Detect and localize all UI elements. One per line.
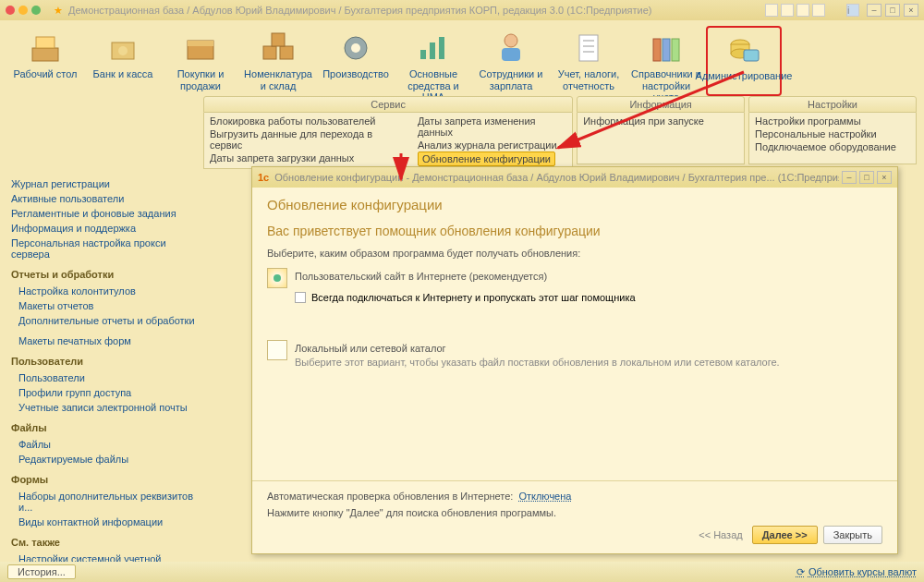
window-buttons: – □ × <box>867 4 918 17</box>
update-rates-link[interactable]: ⟳Обновить курсы валют <box>796 566 917 578</box>
star-icon[interactable]: ★ <box>54 5 63 17</box>
toolbar-icon-2[interactable] <box>781 4 794 17</box>
dialog-maximize[interactable]: □ <box>859 171 874 184</box>
tool-bank[interactable]: Банк и касса <box>85 26 161 96</box>
svg-rect-7 <box>280 46 293 59</box>
option-local-label: Локальный или сетевой каталог <box>295 340 780 354</box>
close-button[interactable]: × <box>904 4 918 17</box>
tool-assets[interactable]: Основные средства и НМА <box>395 26 471 96</box>
svc-change-dates[interactable]: Даты запрета изменения данных <box>418 115 566 139</box>
auto-check-link[interactable]: Отключена <box>518 491 571 502</box>
tool-bank-label: Банк и касса <box>91 68 155 80</box>
radio-unselected-icon[interactable] <box>267 340 287 360</box>
titlebar: ★ Демонстрационная база / Абдулов Юрий В… <box>0 0 924 20</box>
tool-staff[interactable]: Сотрудники и зарплата <box>473 26 549 96</box>
sb-extra-attrs[interactable]: Наборы дополнительных реквизитов и... <box>7 489 196 515</box>
svc-export[interactable]: Выгрузить данные для перехода в сервис <box>210 127 399 152</box>
sb-extra-reports[interactable]: Дополнительные отчеты и обработки <box>7 313 196 328</box>
option-local[interactable]: Локальный или сетевой каталог Выберите э… <box>267 340 882 368</box>
option-internet[interactable]: Пользовательский сайт в Интернете (реком… <box>267 268 882 288</box>
tool-purchases[interactable]: Покупки и продажи <box>163 26 238 96</box>
maximize-button[interactable]: □ <box>885 4 900 17</box>
tool-purchases-label: Покупки и продажи <box>163 68 238 91</box>
tool-staff-label: Сотрудники и зарплата <box>473 68 549 91</box>
tool-desktop[interactable]: Рабочий стол <box>7 26 83 96</box>
sb-headers[interactable]: Настройка колонтитулов <box>7 284 196 298</box>
svg-rect-15 <box>502 48 520 61</box>
toolbar-icon-4[interactable] <box>812 4 825 17</box>
tool-production[interactable]: Производство <box>318 26 394 96</box>
svg-rect-20 <box>653 39 661 61</box>
sidebar: Журнал регистрации Активные пользователи… <box>7 176 200 577</box>
svg-rect-6 <box>263 46 276 59</box>
svg-point-10 <box>351 43 360 53</box>
svg-point-3 <box>118 46 128 55</box>
info-startup[interactable]: Информация при запуске <box>583 115 738 127</box>
help-icon[interactable]: i <box>846 4 859 17</box>
svg-rect-8 <box>272 33 285 46</box>
books-icon <box>648 30 685 67</box>
checkbox-always-connect[interactable]: Всегда подключаться к Интернету и пропус… <box>295 292 882 303</box>
svg-rect-1 <box>36 37 55 48</box>
checkbox-icon[interactable] <box>295 292 306 303</box>
sb-journal[interactable]: Журнал регистрации <box>7 176 196 191</box>
dialog-prompt: Выберите, каким образом программа будет … <box>267 248 882 259</box>
sb-scheduled[interactable]: Регламентные и фоновые задания <box>7 206 196 221</box>
sb-info-support[interactable]: Информация и поддержка <box>7 221 196 236</box>
svg-rect-16 <box>579 35 598 61</box>
sb-users[interactable]: Пользователи <box>7 370 196 385</box>
desktop-icon <box>27 30 64 67</box>
toolbar-icon-1[interactable] <box>765 4 778 17</box>
svc-block-users[interactable]: Блокировка работы пользователей <box>210 115 399 127</box>
dialog-titlebar: 1c Обновление конфигурации - Демонстраци… <box>252 167 897 188</box>
admin-icon <box>725 31 762 68</box>
dialog-subheading: Вас приветствует помощник обновления кон… <box>267 224 882 238</box>
set-prog[interactable]: Настройки программы <box>755 115 910 127</box>
svg-rect-11 <box>420 50 426 59</box>
svg-rect-26 <box>744 50 759 61</box>
dialog-heading: Обновление конфигурации <box>267 197 882 212</box>
tool-admin[interactable]: Администрирование <box>706 26 782 96</box>
update-rates-label: Обновить курсы валют <box>808 566 917 577</box>
sb-report-layouts[interactable]: Макеты отчетов <box>7 298 196 313</box>
svg-rect-12 <box>430 42 435 59</box>
svg-rect-0 <box>32 48 58 61</box>
dialog-minimize[interactable]: – <box>842 171 857 184</box>
tool-ref[interactable]: Справочники и настройки учета <box>628 26 704 96</box>
tool-tax[interactable]: Учет, налоги, отчетность <box>551 26 626 96</box>
sub-header: Сервис Блокировка работы пользователей В… <box>7 96 917 169</box>
subcol-info-title: Информация <box>577 96 745 113</box>
svc-load-dates[interactable]: Даты запрета загрузки данных <box>210 152 399 164</box>
sb-access-profiles[interactable]: Профили групп доступа <box>7 385 196 400</box>
sb-proxy[interactable]: Персональная настройка прокси сервера <box>7 236 196 261</box>
next-button[interactable]: Далее >> <box>752 526 818 544</box>
svc-log-analysis[interactable]: Анализ журнала регистрации <box>418 139 566 152</box>
minimize-button[interactable]: – <box>867 4 881 17</box>
sb-files[interactable]: Файлы <box>7 437 196 452</box>
status-bar: История... ⟳Обновить курсы валют <box>0 562 924 582</box>
bank-icon <box>104 30 141 67</box>
box-icon <box>182 30 219 67</box>
tool-nomenclature[interactable]: Номенклатура и склад <box>240 26 316 96</box>
toolbar-icon-3[interactable] <box>796 4 809 17</box>
sb-edit-files[interactable]: Редактируемые файлы <box>7 452 196 467</box>
svg-rect-22 <box>672 39 679 61</box>
sb-email-accounts[interactable]: Учетные записи электронной почты <box>7 400 196 415</box>
update-dialog: 1c Обновление конфигурации - Демонстраци… <box>251 166 898 554</box>
dialog-title-text: Обновление конфигурации - Демонстрационн… <box>274 172 839 183</box>
person-icon <box>492 30 529 67</box>
dot-yellow <box>18 6 28 15</box>
subcol-service: Сервис Блокировка работы пользователей В… <box>203 96 573 169</box>
set-equip[interactable]: Подключаемое оборудование <box>755 140 910 153</box>
sb-contact-types[interactable]: Виды контактной информации <box>7 515 196 529</box>
close-dialog-button[interactable]: Закрыть <box>823 526 882 544</box>
svg-rect-21 <box>663 39 670 61</box>
sb-print-layouts[interactable]: Макеты печатных форм <box>7 333 196 348</box>
back-button[interactable]: << Назад <box>699 529 742 540</box>
svc-update-config[interactable]: Обновление конфигурации <box>418 152 555 166</box>
dialog-close[interactable]: × <box>877 171 892 184</box>
radio-selected-icon[interactable] <box>267 268 287 288</box>
set-personal[interactable]: Персональные настройки <box>755 127 910 140</box>
sb-active-users[interactable]: Активные пользователи <box>7 191 196 206</box>
history-button[interactable]: История... <box>7 564 76 579</box>
